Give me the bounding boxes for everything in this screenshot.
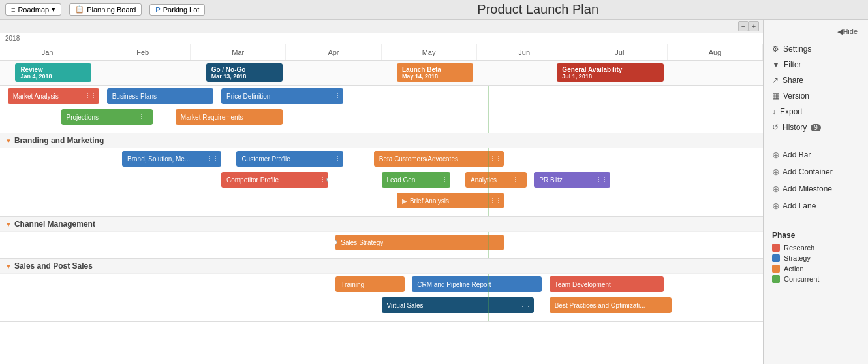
gantt-bar-3-2[interactable]: Team Development⋮⋮ — [550, 276, 664, 292]
gantt-bar-0-1[interactable]: Business Plans⋮⋮ — [107, 88, 214, 104]
planning-board-label: Planning Board — [87, 6, 136, 14]
phase-legend: Phase Research Strategy Action Concurren… — [764, 231, 868, 286]
vline-1 — [488, 86, 489, 133]
drag-handle-1-1: ⋮⋮ — [329, 156, 341, 162]
phase-research: Research — [772, 244, 860, 252]
add-milestone-item[interactable]: ⊕ Add Milestone — [764, 180, 868, 197]
phase-title: Phase — [772, 231, 860, 240]
section-toggle-channel[interactable]: ▼ — [5, 221, 12, 228]
drag-handle-3-1: ⋮⋮ — [527, 281, 539, 288]
parking-lot-label: Parking Lot — [163, 6, 200, 14]
settings-menu-item[interactable]: ⚙ Settings — [764, 41, 868, 57]
drag-handle-3-3: ⋮⋮ — [519, 302, 531, 308]
gantt-bar-0-0[interactable]: Market Analysis⋮⋮ — [8, 88, 99, 104]
drag-handle-1-7: ⋮⋮ — [489, 197, 501, 204]
export-label: Export — [780, 107, 803, 116]
research-label: Research — [784, 244, 814, 252]
link-dot-1-3 — [326, 177, 328, 182]
history-icon: ↺ — [772, 123, 779, 132]
section-label-channel: Channel Management — [14, 220, 95, 229]
gantt-bar-3-1[interactable]: CRM and Pipeline Report⋮⋮ — [412, 276, 542, 292]
section-toggle-branding[interactable]: ▼ — [5, 137, 12, 144]
gantt-bar-1-2[interactable]: Beta Customers/Advocates⋮⋮ — [374, 151, 504, 167]
zoom-in-button[interactable]: + — [749, 21, 759, 31]
top-controls: − + — [0, 20, 763, 33]
roadmap-icon: ≡ — [11, 6, 15, 14]
gantt-bar-3-0[interactable]: Training⋮⋮ — [335, 276, 404, 292]
bar-label-1-4: Lead Gen — [387, 176, 416, 184]
version-icon: ▦ — [772, 91, 779, 101]
section-header-sales[interactable]: ▼Sales and Post Sales — [0, 259, 763, 274]
drag-handle-1-6: ⋮⋮ — [596, 176, 608, 183]
planning-board-button[interactable]: 📋 Planning Board — [69, 3, 142, 16]
section-label-sales: Sales and Post Sales — [14, 261, 93, 271]
link-dot-left-2-0 — [335, 240, 337, 245]
history-menu-item[interactable]: ↺ History 9 — [764, 120, 868, 135]
gantt-bar-1-4[interactable]: Lead Gen⋮⋮ — [382, 172, 450, 188]
month-cell-feb: Feb — [95, 44, 191, 60]
settings-icon: ⚙ — [772, 44, 779, 54]
share-menu-item[interactable]: ↗ Share — [764, 73, 868, 88]
history-badge: 9 — [811, 124, 821, 131]
export-menu-item[interactable]: ↓ Export — [764, 104, 868, 120]
concurrent-label: Concurrent — [784, 275, 819, 283]
drag-handle-1-5: ⋮⋮ — [512, 176, 524, 183]
bar-label-1-7: Brief Analysis — [410, 197, 449, 205]
version-menu-item[interactable]: ▦ Version — [764, 88, 868, 104]
gantt-bar-2-0[interactable]: Sales Strategy⋮⋮ — [335, 235, 503, 250]
add-bar-item[interactable]: ⊕ Add Bar — [764, 146, 868, 163]
gantt-bar-1-6[interactable]: PR Blitz⋮⋮ — [534, 172, 610, 188]
month-cell-jul: Jul — [572, 44, 668, 60]
drag-handle-1-2: ⋮⋮ — [489, 156, 501, 162]
gantt-bar-1-3[interactable]: Competitor Profile⋮⋮ — [221, 172, 328, 188]
add-milestone-label: Add Milestone — [783, 184, 832, 193]
gantt-bar-0-4[interactable]: Market Requirements⋮⋮ — [176, 109, 283, 125]
bar-label-0-3: Projections — [67, 114, 99, 121]
bar-label-3-2: Team Development — [555, 281, 611, 288]
gantt-bar-1-0[interactable]: Brand, Solution, Me...⋮⋮ — [122, 151, 221, 167]
milestone-1[interactable]: Go / No-GoMar 13, 2018 — [206, 63, 283, 82]
gantt-wrapper: − + 2018 JanFebMarAprMayJunJulAug Review… — [0, 20, 764, 364]
settings-label: Settings — [783, 44, 811, 54]
hide-label: Hide — [843, 27, 858, 36]
add-container-label: Add Container — [783, 167, 833, 176]
milestone-3[interactable]: General AvailabilityJul 1, 2018 — [557, 63, 664, 82]
gantt-bar-1-7[interactable]: ▶Brief Analysis⋮⋮ — [397, 193, 504, 208]
hide-button[interactable]: ◀ Hide — [832, 25, 863, 39]
concurrent-color-dot — [772, 275, 780, 283]
gantt-bar-1-1[interactable]: Customer Profile⋮⋮ — [236, 151, 343, 167]
gantt-bar-0-2[interactable]: Price Definition⋮⋮ — [221, 88, 343, 104]
bar-label-1-2: Beta Customers/Advocates — [379, 156, 458, 163]
parking-lot-icon: P — [155, 6, 160, 14]
gantt-bar-0-3[interactable]: Projections⋮⋮ — [61, 109, 153, 125]
section-channel: ▼Channel ManagementSales Strategy⋮⋮ — [0, 217, 763, 259]
section-header-branding[interactable]: ▼Branding and Marketing — [0, 133, 763, 148]
bar-label-0-0: Market Analysis — [13, 93, 59, 100]
filter-menu-item[interactable]: ▼ Filter — [764, 57, 868, 73]
zoom-out-button[interactable]: − — [738, 21, 749, 31]
phase-strategy: Strategy — [772, 254, 860, 262]
gantt-bar-3-4[interactable]: Best Practices and Optimizati...⋮⋮ — [550, 297, 672, 313]
drag-handle-3-2: ⋮⋮ — [649, 281, 661, 288]
strategy-label: Strategy — [784, 254, 811, 262]
add-container-item[interactable]: ⊕ Add Container — [764, 163, 868, 180]
section-header-channel[interactable]: ▼Channel Management — [0, 217, 763, 232]
action-color-dot — [772, 265, 780, 273]
section-label-branding: Branding and Marketing — [14, 136, 104, 145]
parking-lot-button[interactable]: P Parking Lot — [149, 4, 205, 16]
year-text: 2018 — [5, 35, 20, 42]
add-lane-item[interactable]: ⊕ Add Lane — [764, 197, 868, 214]
gantt-bar-1-5[interactable]: Analytics⋮⋮ — [465, 172, 527, 188]
milestone-0[interactable]: ReviewJan 4, 2018 — [15, 63, 91, 82]
drag-handle-0-3: ⋮⋮ — [138, 114, 150, 120]
bars-area-branding: Brand, Solution, Me...⋮⋮Customer Profile… — [0, 148, 763, 216]
add-bar-icon: ⊕ — [772, 150, 780, 160]
roadmap-button[interactable]: ≡ Roadmap ▾ — [5, 3, 61, 16]
right-sidebar: ◀ Hide ⚙ Settings ▼ Filter ↗ Share ▦ Ver… — [764, 20, 868, 364]
milestone-2[interactable]: Launch BetaMay 14, 2018 — [397, 63, 473, 82]
drag-handle-0-4: ⋮⋮ — [268, 114, 280, 120]
section-toggle-sales[interactable]: ▼ — [5, 263, 12, 270]
gantt-body[interactable]: Market Analysis⋮⋮Business Plans⋮⋮Price D… — [0, 86, 763, 364]
gantt-bar-3-3[interactable]: Virtual Sales⋮⋮ — [382, 297, 535, 313]
research-color-dot — [772, 244, 780, 252]
